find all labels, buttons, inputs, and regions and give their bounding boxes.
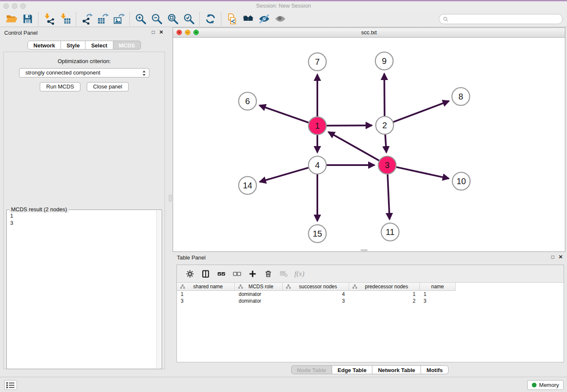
criterion-dropdown[interactable]: strongly connected component [19,68,149,77]
edge-4-to-14[interactable] [260,168,308,182]
open-session-icon[interactable] [3,12,19,26]
status-bar: Memory [0,377,567,392]
split-table-view-icon[interactable] [198,268,213,280]
home-view-icon[interactable] [240,12,256,26]
zoom-fit-icon[interactable] [165,12,181,26]
application-window: Session: New Session [0,0,567,392]
canvas-horizontal-scrollbar[interactable] [361,249,368,251]
toolbar-separator [221,12,221,26]
export-network-icon[interactable] [79,12,95,26]
column-header-name[interactable]: name [420,283,456,291]
node-7[interactable]: 7 [308,53,326,71]
node-label: 7 [315,57,319,66]
node-table-container: f(x) shared nameMCDS rolesuccessor nodes… [176,265,564,362]
edge-2-to-9[interactable] [384,74,385,116]
node-8[interactable]: 8 [452,88,470,105]
float-panel-icon[interactable]: □ [152,29,155,35]
control-panel-title: Control Panel [4,30,38,36]
column-header-predecessor-nodes[interactable]: predecessor nodes [349,283,420,291]
select-all-rows-icon[interactable] [213,268,229,280]
node-4[interactable]: 4 [308,156,326,174]
edge-3-to-11[interactable] [388,174,390,219]
edge-1-to-2[interactable] [327,125,372,126]
node-9[interactable]: 9 [375,52,393,70]
list-icon [6,382,15,389]
search-field[interactable] [439,14,563,24]
tab-mcds[interactable]: MCDS [113,41,141,50]
toolbar-separator [199,12,200,26]
import-network-icon[interactable] [41,12,57,26]
table-panel: Table Panel □ ✕ [173,252,567,377]
import-table-icon[interactable] [57,12,73,26]
copy-network-view-icon[interactable] [224,12,240,26]
memory-button[interactable]: Memory [527,380,564,390]
edge-3-to-10[interactable] [396,167,449,179]
hide-graphics-details-icon[interactable] [256,12,272,26]
node-label: 14 [243,181,252,190]
zoom-in-icon[interactable] [132,12,149,26]
table-cell: 2 [349,298,420,304]
search-input[interactable] [451,16,559,22]
delete-columns-icon[interactable] [260,268,276,280]
delete-table-icon [276,268,292,280]
node-label: 6 [245,97,250,106]
table-tab-edge-table[interactable]: Edge Table [332,365,372,374]
close-panel-button[interactable]: Close panel [87,82,129,91]
column-header-shared-name[interactable]: shared name [177,283,235,291]
node-6[interactable]: 6 [239,92,256,110]
toolbar-separator [38,12,39,26]
edge-2-to-8[interactable] [394,101,449,122]
node-label: 1 [315,121,319,130]
close-panel-icon[interactable]: ✕ [159,29,163,35]
run-mcds-button[interactable]: Run MCDS [40,82,80,91]
table-column-headers: shared nameMCDS rolesuccessor nodesprede… [177,283,564,291]
float-table-panel-icon[interactable]: □ [551,254,554,260]
zoom-out-icon[interactable] [149,12,165,26]
node-15[interactable]: 15 [308,225,326,243]
add-column-icon[interactable] [245,268,260,280]
table-tab-node-table[interactable]: Node Table [291,365,332,374]
table-row[interactable]: 1dominator411 [177,291,564,298]
network-canvas[interactable]: 7968124314101511 [173,38,565,251]
search-icon [443,17,449,22]
control-panel-header: Control Panel □ ✕ [0,27,168,39]
save-session-icon[interactable] [19,12,36,26]
table-row[interactable]: 3dominator323 [177,298,564,304]
column-header-MCDS-role[interactable]: MCDS role [235,283,283,291]
network-window-titlebar: × − + scc.txt [173,28,565,38]
tab-select[interactable]: Select [85,41,113,50]
tab-style[interactable]: Style [61,41,85,50]
result-scrollbar[interactable] [156,210,161,368]
table-tab-network-table[interactable]: Network Table [372,365,421,374]
export-table-icon[interactable] [95,12,111,26]
close-table-panel-icon[interactable]: ✕ [559,254,563,260]
tab-network[interactable]: Network [28,41,61,50]
refresh-view-icon[interactable] [202,12,218,26]
column-header-successor-nodes[interactable]: successor nodes [283,283,349,291]
edge-3-to-1[interactable] [328,132,379,160]
zoom-selected-icon[interactable] [181,12,197,26]
deselect-all-rows-icon[interactable] [229,268,245,280]
table-tab-motifs[interactable]: Motifs [421,365,449,374]
show-graphics-details-icon[interactable] [272,12,288,26]
node-14[interactable]: 14 [239,177,256,194]
node-10[interactable]: 10 [452,172,470,190]
table-cell: 1 [349,291,420,298]
panel-divider-handle[interactable] [169,195,172,202]
column-settings-icon[interactable] [182,268,198,280]
node-2[interactable]: 2 [376,116,394,134]
mcds-result-box: MCDS result (2 nodes) 1 3 [6,210,162,369]
table-cell: dominator [235,291,283,298]
table-cell: 3 [420,298,456,304]
network-window-title: scc.txt [173,29,565,36]
node-3[interactable]: 3 [378,156,396,174]
memory-button-label: Memory [539,382,559,388]
node-11[interactable]: 11 [381,223,399,241]
toolbar-separator [129,12,130,26]
edge-2-to-3[interactable] [385,135,386,152]
node-1[interactable]: 1 [308,117,326,135]
export-image-icon[interactable] [111,12,127,26]
table-toolbar: f(x) [177,265,564,283]
task-history-button[interactable] [4,380,17,390]
edge-1-to-6[interactable] [259,105,308,123]
